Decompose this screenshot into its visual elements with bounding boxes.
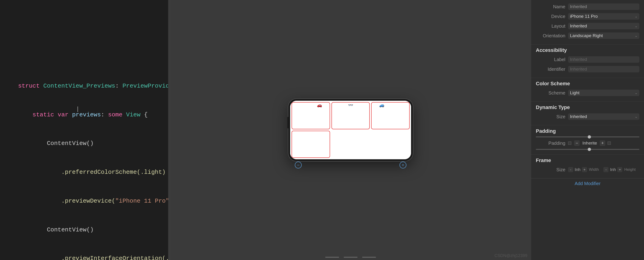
dt-size-row: Size Inherited ⌄ [536,113,640,121]
dynamic-type-section: Dynamic Type Size Inherited ⌄ [531,102,644,125]
height-minus-button[interactable]: - [604,167,608,172]
cursor [78,106,78,112]
width-value: Inh [574,167,581,172]
a11y-label-value: Inherited [570,57,587,62]
frame-section: Frame Size - Inh + Width - Inh + Height [531,155,644,178]
width-plus-button[interactable]: + [582,167,587,172]
layout-chevron-icon: ⌄ [635,24,638,28]
device-chevron-icon: ⌄ [635,14,638,18]
frame-size-label: Size [536,167,568,172]
scheme-dropdown[interactable]: Light ⌄ [568,90,640,96]
device-section: Name Inherited Device iPhone 11 Pro ⌄ La… [531,0,644,44]
padding-checkbox[interactable] [568,142,571,145]
orientation-dropdown[interactable]: Landscape Right ⌄ [568,32,640,39]
orientation-chevron-icon: ⌄ [635,34,638,37]
side-button [288,117,289,128]
code-line [4,62,164,72]
height-control: - Inh + [604,167,622,172]
a11y-id-label: Identifier [536,67,568,72]
device-dropdown[interactable]: iPhone 11 Pro ⌄ [568,13,640,19]
preview-device-line-1: .previewDevice("iPhone 11 Pro") [4,187,164,216]
layout-dropdown[interactable]: Inherited ⌄ [568,23,640,29]
dt-size-value: Inherited [570,114,634,119]
zoom-minus-button[interactable]: − [295,162,302,169]
padding-checkbox-2[interactable] [608,142,611,145]
struct-line: struct ContentView_Previews: PreviewProv… [4,72,164,100]
grid-cell-4 [292,131,330,158]
padding-plus-button[interactable]: + [600,140,605,146]
name-row: Name Inherited [536,3,640,10]
code-line [4,33,164,43]
padding-row: Padding − Inherite + [536,139,640,147]
contentview-line-1: ContentView() [4,129,164,158]
name-value: Inherited [570,4,587,9]
code-line [4,14,164,24]
preview-tab-1[interactable] [325,257,339,258]
padding-top-thumb [588,135,591,139]
device-value: iPhone 11 Pro [570,14,634,19]
emoji-truck-blue: 🚙 [379,103,384,108]
layout-row: Layout Inherited ⌄ [536,22,640,30]
zoom-plus-button[interactable]: + [400,162,406,169]
code-line [4,52,164,62]
padding-bottom-thumb [588,148,591,151]
iphone-mockup: 🚗 👓 🚙 − + [288,99,413,161]
padding-section: Padding Padding − Inherite + [531,125,644,155]
frame-size-row: Size - Inh + Width - Inh + Height [536,166,640,174]
preferred-color-scheme-line: .preferredColorScheme(.light) [4,158,164,187]
width-minus-button[interactable]: - [568,167,573,172]
dt-size-dropdown[interactable]: Inherited ⌄ [568,113,640,120]
a11y-id-field[interactable]: Inherited [568,66,640,72]
preview-orientation-line: .previewInterfaceOrientation(.landscapeR… [4,244,164,260]
scheme-chevron-icon: ⌄ [635,91,638,95]
height-plus-button[interactable]: + [617,167,622,172]
code-editor: struct ContentView_Previews: PreviewProv… [0,0,168,260]
a11y-label-field[interactable]: Inherited [568,56,640,63]
add-modifier-button[interactable]: Add Modifier [531,178,644,189]
emoji-car-green: 🚗 [317,103,322,108]
emoji-row: 🚗 👓 🚙 [290,103,411,108]
orientation-row: Orientation Landscape Right ⌄ [536,32,640,40]
preview-tab-3[interactable] [362,257,376,258]
a11y-id-row: Identifier Inherited [536,65,640,73]
editor-preview-divider [168,0,170,260]
orientation-value: Landscape Right [570,33,634,38]
code-line [4,24,164,33]
a11y-id-value: Inherited [570,67,587,72]
height-value: Inh [610,167,616,172]
height-label: Height [624,167,636,172]
emoji-glasses: 👓 [348,103,353,108]
padding-bottom-slider[interactable] [536,149,640,150]
color-scheme-section: Color Scheme Scheme Light ⌄ [531,78,644,102]
width-control: - Inh + [568,167,587,172]
dt-size-label: Size [536,114,568,119]
code-line [4,43,164,52]
color-scheme-header: Color Scheme [536,81,640,87]
padding-value: Inherite [581,141,598,146]
padding-label: Padding [536,141,568,146]
padding-top-slider[interactable] [536,136,640,137]
scheme-label: Scheme [536,90,568,96]
frame-size-controls: - Inh + Width - Inh + Height [568,167,636,172]
padding-header: Padding [536,128,640,134]
code-line [4,4,164,14]
scheme-row: Scheme Light ⌄ [536,89,640,97]
layout-value: Inherited [570,23,634,28]
a11y-label-label: Label [536,57,568,62]
width-label: Width [589,167,599,172]
orientation-label: Orientation [536,33,568,38]
device-row: Device iPhone 11 Pro ⌄ [536,12,640,20]
preview-tab-bar [325,257,376,258]
grid-container [290,101,411,159]
padding-minus-button[interactable]: − [574,140,580,146]
name-label: Name [536,4,568,9]
frame-header: Frame [536,157,640,163]
preview-panel: 🚗 👓 🚙 − + CSDN@zhj12399 [170,0,531,260]
a11y-label-row: Label Inherited [536,55,640,63]
scheme-value: Light [570,90,634,95]
preview-tab-2[interactable] [344,257,358,258]
layout-label: Layout [536,23,568,29]
watermark: CSDN@zhj12399 [494,253,527,258]
accessibility-section: Accessibility Label Inherited Identifier… [531,44,644,78]
name-field[interactable]: Inherited [568,3,640,10]
